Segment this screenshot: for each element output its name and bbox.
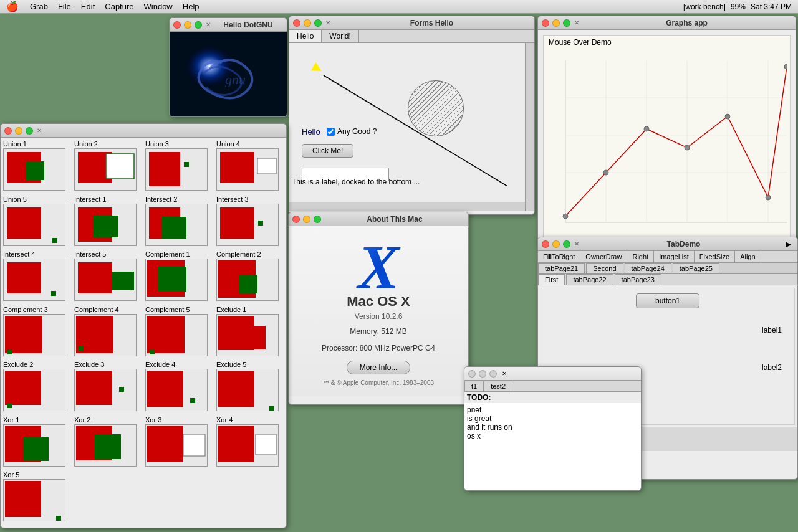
tabdemo-max-btn[interactable] (563, 240, 570, 248)
set-ops-min-btn[interactable] (15, 127, 22, 135)
todo-tab1[interactable]: t1 (464, 381, 484, 391)
tab-hello[interactable]: Hello (289, 30, 322, 42)
todo-line-2: is great (467, 414, 638, 423)
set-ops-close-x: ✕ (37, 127, 42, 134)
tabdemo-label1: label1 (762, 326, 782, 335)
svg-rect-59 (5, 316, 42, 353)
svg-rect-89 (147, 426, 183, 462)
about-min-btn[interactable] (303, 216, 310, 223)
tabdemo-button1[interactable]: button1 (636, 293, 699, 308)
set-ops-max-btn[interactable] (26, 127, 33, 135)
about-this-mac-window: About This Mac X Mac OS X Version 10.2.6… (288, 212, 469, 405)
tab-second[interactable]: Second (586, 263, 623, 273)
macos-version: Version 10.2.6 (299, 312, 458, 321)
close-x-icon: ✕ (206, 21, 211, 28)
menu-window[interactable]: Window (139, 2, 178, 11)
set-op-cell-intersect3: Intersect 3 (216, 196, 284, 250)
svg-point-15 (603, 170, 608, 175)
set-op-label-union3: Union 3 (145, 140, 213, 148)
tabdemo-close-btn[interactable] (542, 240, 549, 248)
toolbar-ownerdraw[interactable]: OwnerDraw (580, 251, 627, 262)
set-ops-close-btn[interactable] (4, 127, 12, 135)
gnu-logo-svg: gnu (175, 37, 281, 112)
menu-help[interactable]: Help (178, 2, 204, 11)
toolbar-right[interactable]: Right (627, 251, 654, 262)
toolbar-align[interactable]: Align (735, 251, 761, 262)
close-button[interactable] (173, 21, 181, 29)
menu-capture[interactable]: Capture (100, 2, 138, 11)
todo-window: ✕ t1 test2 TODO: pnet is great and it ru… (464, 366, 642, 491)
set-op-label-xor1: Xor 1 (3, 416, 70, 424)
set-op-canvas-exclude4 (145, 369, 208, 411)
set-op-canvas-exclude1 (216, 314, 279, 356)
graphs-close-btn[interactable] (542, 19, 549, 27)
menu-grab[interactable]: Grab (25, 2, 53, 11)
set-op-cell-xor2: Xor 2 (74, 416, 142, 470)
todo-max-btn[interactable] (489, 370, 497, 378)
graphs-max-btn[interactable] (563, 19, 570, 27)
menu-file[interactable]: File (53, 2, 76, 11)
forms-min-btn[interactable] (304, 19, 311, 27)
set-op-label-union2: Union 2 (74, 140, 142, 148)
set-op-cell-xor5: Xor 5 (3, 471, 70, 525)
tab-world[interactable]: World! (322, 30, 358, 42)
set-op-canvas-complement5 (145, 314, 208, 356)
set-op-cell-exclude4: Exclude 4 (145, 361, 213, 415)
set-op-cell-exclude2: Exclude 2 (3, 361, 70, 415)
more-info-button[interactable]: More Info... (347, 361, 411, 374)
tab-page21[interactable]: tabPage21 (538, 263, 585, 273)
toolbar-filltright[interactable]: FillToRight (538, 251, 580, 262)
graph-svg (544, 48, 787, 241)
tabdemo-tabs-row2: First tabPage22 tabPage23 (538, 274, 797, 285)
tabdemo-min-btn[interactable] (552, 240, 560, 248)
todo-min-btn[interactable] (479, 370, 486, 378)
click-me-button[interactable]: Click Me! (302, 144, 353, 158)
svg-rect-87 (95, 434, 121, 459)
tab-page23[interactable]: tabPage23 (615, 274, 661, 285)
svg-point-14 (563, 214, 568, 219)
todo-titlebar: ✕ (464, 367, 641, 381)
set-op-canvas-union2 (74, 148, 137, 191)
svg-rect-96 (56, 516, 61, 521)
minimize-button[interactable] (184, 21, 191, 29)
tab-first[interactable]: First (538, 274, 565, 285)
todo-tab2[interactable]: test2 (484, 381, 512, 391)
tab-page25[interactable]: tabPage25 (673, 263, 719, 273)
hatched-circle (408, 80, 464, 136)
about-max-btn[interactable] (314, 216, 321, 223)
forms-traffic-lights (293, 19, 322, 27)
tab-page24[interactable]: tabPage24 (625, 263, 671, 273)
forms-max-btn[interactable] (314, 19, 322, 27)
about-close-btn[interactable] (292, 216, 300, 223)
forms-close-x: ✕ (325, 19, 330, 26)
svg-point-20 (784, 64, 787, 69)
macos-name: Mac OS X (299, 293, 458, 310)
apple-menu[interactable]: 🍎 (0, 1, 25, 12)
toolbar-imagelist[interactable]: ImageList (654, 251, 695, 262)
menu-edit[interactable]: Edit (76, 2, 100, 11)
todo-line-5: os x (467, 432, 638, 440)
horizontal-scrollbar[interactable] (289, 202, 525, 211)
tab-page22[interactable]: tabPage22 (566, 274, 613, 285)
todo-close-btn[interactable] (468, 370, 476, 378)
tabdemo-scroll-arrow[interactable]: ▶ (786, 240, 791, 249)
svg-rect-30 (184, 162, 189, 167)
set-op-label-xor4: Xor 4 (216, 416, 284, 424)
forms-close-btn[interactable] (293, 19, 300, 27)
svg-rect-54 (158, 267, 186, 292)
toolbar-fixedsize[interactable]: FixedSize (695, 251, 735, 262)
set-op-canvas-complement3 (3, 314, 65, 356)
set-op-label-xor5: Xor 5 (3, 471, 70, 478)
todo-label: TODO: (464, 392, 641, 403)
clock: Sat 3:47 PM (751, 2, 792, 11)
set-op-label-complement5: Complement 5 (145, 306, 213, 313)
maximize-button[interactable] (195, 21, 202, 29)
svg-rect-35 (7, 207, 41, 239)
svg-rect-63 (79, 346, 84, 351)
set-op-label-union1: Union 1 (3, 140, 70, 148)
vertical-scrollbar[interactable] (525, 43, 534, 211)
set-op-canvas-xor3 (145, 424, 208, 467)
set-op-label-complement3: Complement 3 (3, 306, 70, 313)
graphs-min-btn[interactable] (552, 19, 560, 27)
any-good-checkbox[interactable] (327, 128, 335, 136)
